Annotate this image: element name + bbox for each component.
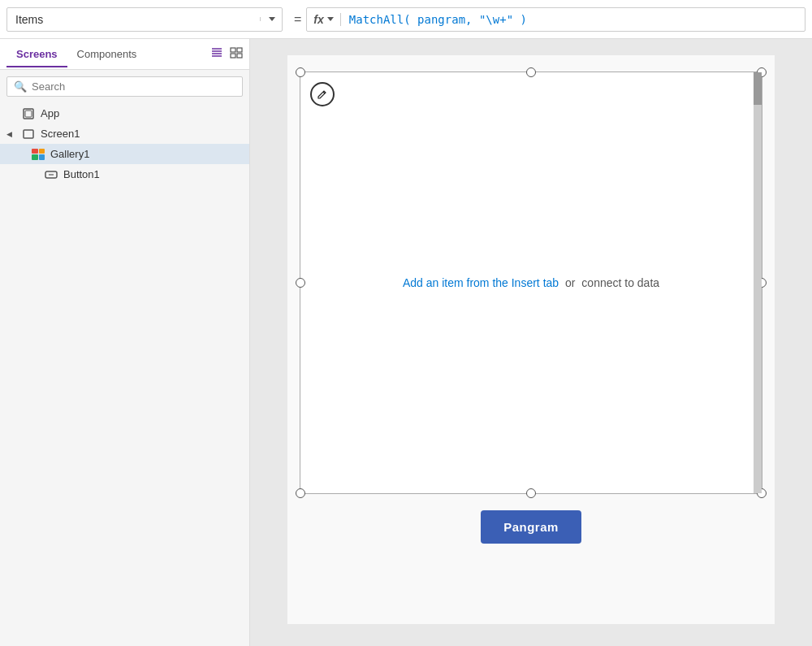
svg-rect-5	[237, 48, 242, 52]
handle-mid-left[interactable]	[296, 278, 305, 288]
property-dropdown-chevron[interactable]	[260, 17, 282, 21]
formula-bar[interactable]: fx MatchAll( pangram, "\w+" )	[306, 7, 806, 32]
handle-top-center[interactable]	[526, 67, 536, 77]
search-icon: 🔍	[14, 80, 27, 93]
tree-label-app: App	[41, 107, 59, 119]
gallery-scrollbar-thumb	[754, 72, 762, 105]
formula-text: MatchAll( pangram, "\w+" )	[341, 13, 535, 26]
tree-item-button1[interactable]: Button1	[0, 164, 249, 184]
tab-components[interactable]: Components	[67, 41, 147, 67]
fx-label: fx	[313, 13, 323, 26]
left-panel: Screens Components	[0, 39, 250, 646]
list-view-icon[interactable]	[210, 47, 223, 61]
tree-label-gallery1: Gallery1	[50, 148, 89, 160]
tree-item-app[interactable]: App	[0, 103, 249, 124]
gallery-selection[interactable]: Add an item from the Insert tab or conne…	[300, 72, 762, 494]
tab-screens[interactable]: Screens	[6, 41, 67, 67]
chevron-down-icon	[269, 17, 275, 21]
tree-expand-screen1: ◀	[6, 130, 16, 138]
edit-icon[interactable]	[310, 82, 335, 106]
gallery-icon	[31, 149, 45, 160]
placeholder-or: or	[565, 276, 575, 289]
handle-top-left[interactable]	[296, 67, 305, 77]
main-content: Screens Components	[0, 39, 812, 646]
svg-rect-4	[231, 48, 235, 52]
button-icon	[44, 169, 58, 180]
gallery-scrollbar[interactable]	[754, 72, 762, 493]
fx-button[interactable]: fx	[307, 13, 340, 26]
screen-icon	[21, 128, 36, 140]
grid-view-icon[interactable]	[230, 47, 243, 61]
handle-bot-left[interactable]	[296, 488, 305, 498]
app-icon	[21, 108, 36, 119]
search-input-wrap[interactable]: 🔍	[6, 76, 243, 97]
search-bar: 🔍	[0, 70, 249, 103]
equals-sign: =	[294, 12, 301, 27]
svg-rect-9	[25, 111, 32, 117]
canvas-area: Add an item from the Insert tab or conne…	[250, 39, 812, 646]
pangram-button[interactable]: Pangram	[481, 510, 581, 544]
placeholder-insert-link[interactable]: Add an item from the Insert tab	[403, 276, 559, 289]
property-selector[interactable]: Items	[6, 7, 283, 32]
tabs-bar: Screens Components	[0, 39, 249, 70]
placeholder-connect: connect to data	[581, 276, 659, 289]
gallery-placeholder: Add an item from the Insert tab or conne…	[300, 72, 762, 493]
tree-item-screen1[interactable]: ◀ Screen1	[0, 124, 249, 144]
tree-label-screen1: Screen1	[41, 128, 80, 140]
search-input[interactable]	[32, 80, 235, 93]
handle-bot-center[interactable]	[526, 488, 536, 498]
svg-rect-7	[237, 54, 242, 58]
svg-rect-10	[24, 130, 33, 138]
svg-rect-6	[231, 54, 235, 58]
top-bar: Items = fx MatchAll( pangram, "\w+" )	[0, 0, 812, 39]
tabs-icons	[210, 47, 243, 61]
property-name: Items	[7, 13, 260, 26]
tree: App ◀ Screen1	[0, 103, 249, 646]
fx-chevron-icon	[327, 17, 334, 21]
tree-label-button1: Button1	[63, 168, 100, 180]
canvas-screen: Add an item from the Insert tab or conne…	[287, 55, 775, 624]
tree-item-gallery1[interactable]: Gallery1	[0, 144, 249, 164]
